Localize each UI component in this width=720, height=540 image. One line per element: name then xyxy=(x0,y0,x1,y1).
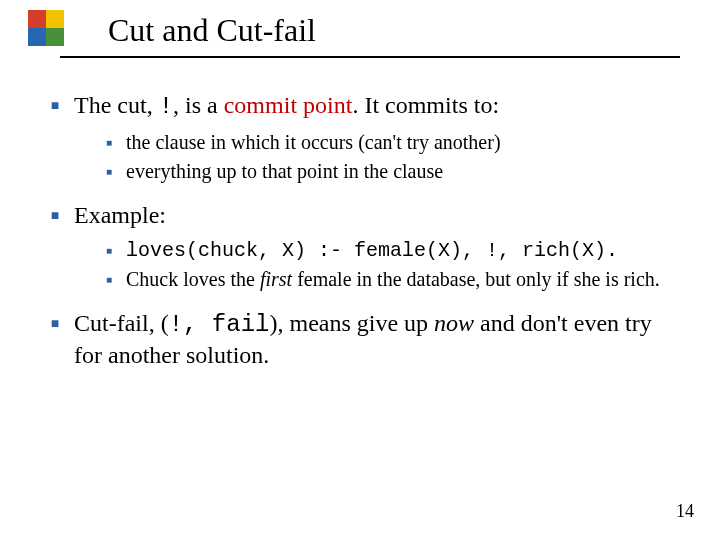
bullet-1: ■ The cut, !, is a commit point. It comm… xyxy=(48,90,684,122)
sub-bullet: ■ Chuck loves the first female in the da… xyxy=(104,267,684,292)
sub-bullet-text: the clause in which it occurs (can't try… xyxy=(126,130,501,155)
bullet-3: ■ Cut-fail, (!, fail), means give up now… xyxy=(48,308,684,370)
bullet-1-subs: ■ the clause in which it occurs (can't t… xyxy=(104,130,684,184)
code-fragment: ! xyxy=(159,93,173,120)
title-rule xyxy=(60,56,680,58)
emphasis-fragment: first xyxy=(260,268,292,290)
emphasis-fragment: commit point xyxy=(224,92,353,118)
slide-title: Cut and Cut-fail xyxy=(108,12,316,49)
text-fragment: The cut, xyxy=(74,92,159,118)
text-fragment: Cut-fail, ( xyxy=(74,310,169,336)
bullet-icon: ■ xyxy=(104,245,114,256)
bullet-icon: ■ xyxy=(104,274,114,285)
bullet-icon: ■ xyxy=(48,208,62,224)
code-line: loves(chuck, X) :- female(X), !, rich(X)… xyxy=(126,238,618,263)
bullet-3-text: Cut-fail, (!, fail), means give up now a… xyxy=(74,308,684,370)
bullet-2-text: Example: xyxy=(74,200,166,230)
text-fragment: Chuck loves the xyxy=(126,268,260,290)
code-fragment: !, fail xyxy=(169,311,270,338)
bullet-2: ■ Example: xyxy=(48,200,684,230)
slide-body: ■ The cut, !, is a commit point. It comm… xyxy=(48,90,684,378)
sub-bullet: ■ the clause in which it occurs (can't t… xyxy=(104,130,684,155)
bullet-icon: ■ xyxy=(48,98,62,114)
page-number: 14 xyxy=(676,501,694,522)
emphasis-fragment: now xyxy=(434,310,474,336)
text-fragment: female in the database, but only if she … xyxy=(292,268,660,290)
text-fragment: , is a xyxy=(173,92,224,118)
text-fragment: ), means give up xyxy=(269,310,434,336)
bullet-1-text: The cut, !, is a commit point. It commit… xyxy=(74,90,499,122)
bullet-icon: ■ xyxy=(104,166,114,177)
sub-bullet-text: everything up to that point in the claus… xyxy=(126,159,443,184)
sub-bullet: ■ loves(chuck, X) :- female(X), !, rich(… xyxy=(104,238,684,263)
bullet-icon: ■ xyxy=(104,137,114,148)
sub-bullet: ■ everything up to that point in the cla… xyxy=(104,159,684,184)
bullet-icon: ■ xyxy=(48,316,62,332)
bullet-2-subs: ■ loves(chuck, X) :- female(X), !, rich(… xyxy=(104,238,684,292)
slide-logo xyxy=(28,10,64,46)
text-fragment: . It commits to: xyxy=(352,92,499,118)
sub-bullet-text: Chuck loves the first female in the data… xyxy=(126,267,660,292)
